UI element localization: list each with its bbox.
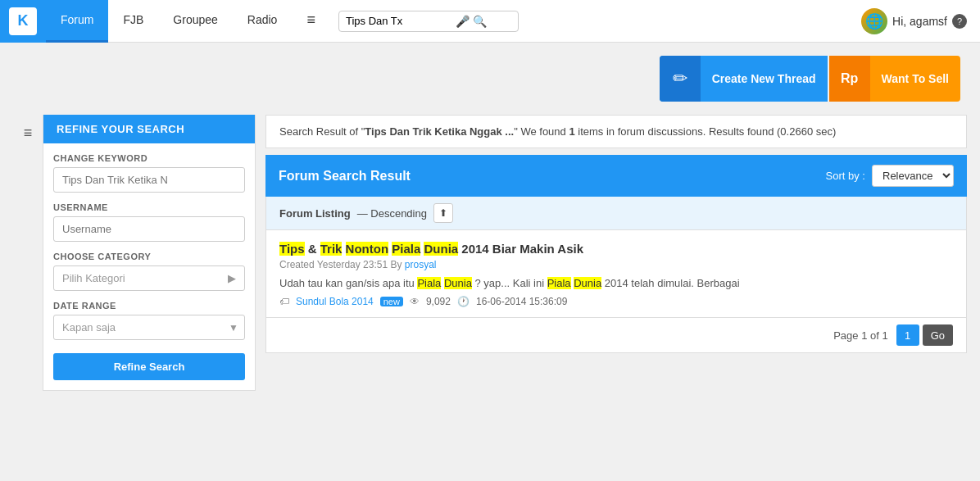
result-date: 16-06-2014 15:36:09	[476, 296, 567, 307]
result-item-desc: Udah tau kan gan/sis apa itu Piala Dunia…	[279, 277, 953, 289]
help-icon[interactable]: ?	[952, 14, 967, 29]
views-count: 9,092	[426, 296, 451, 307]
title-highlight-nonton: Nonton	[346, 242, 388, 256]
title-highlight-piala: Piala	[392, 242, 420, 256]
username-label: USERNAME	[53, 202, 245, 212]
result-item-tags: 🏷 Sundul Bola 2014 new 👁 9,092 🕐 16-06-2…	[279, 296, 953, 307]
title-highlight-tips: Tips	[279, 242, 305, 256]
go-button[interactable]: Go	[923, 324, 953, 346]
sidebar: REFINE YOUR SEARCH CHANGE KEYWORD USERNA…	[43, 115, 256, 391]
search-icon[interactable]: 🔍	[473, 15, 487, 28]
sidebar-header: REFINE YOUR SEARCH	[43, 115, 255, 143]
nav-radio[interactable]: Radio	[233, 0, 293, 43]
sort-label: Sort by :	[826, 170, 865, 182]
tag-new-badge: new	[380, 297, 403, 306]
sort-toggle-button[interactable]: ⬆	[433, 203, 453, 223]
keyword-label: CHANGE KEYWORD	[53, 153, 245, 163]
category-dropdown[interactable]: Pilih Kategori ▶	[53, 265, 245, 291]
sidebar-body: CHANGE KEYWORD USERNAME CHOOSE CATEGORY …	[43, 143, 255, 390]
title-highlight-dunia: Dunia	[424, 242, 458, 256]
author-link[interactable]: prosyal	[405, 259, 437, 270]
sort-select[interactable]: Relevance Date Views	[872, 165, 954, 187]
date-select-wrap: Kapan saja ▼	[53, 315, 245, 340]
result-item: Tips & Trik Nonton Piala Dunia 2014 Biar…	[265, 230, 967, 318]
search-count: 1	[569, 125, 574, 138]
want-to-sell-icon: Rp	[829, 56, 870, 102]
mic-icon: 🎤	[456, 15, 470, 28]
nav-forum[interactable]: Forum	[46, 0, 108, 43]
sort-wrap: Sort by : Relevance Date Views	[826, 165, 954, 187]
category-placeholder: Pilih Kategori	[62, 272, 125, 284]
create-thread-button[interactable]: ✏ Create New Thread	[660, 56, 828, 102]
user-greeting: Hi, agamsf	[892, 15, 947, 28]
create-thread-label: Create New Thread	[701, 71, 828, 86]
action-bar: ✏ Create New Thread Rp Want To Sell	[0, 43, 980, 115]
hamburger-icon: ≡	[24, 125, 33, 142]
listing-label: Forum Listing	[279, 207, 351, 220]
navbar: K Forum FJB Groupee Radio ≡ 🎤 🔍 🌐 Hi, ag…	[0, 0, 980, 43]
username-input[interactable]	[53, 216, 245, 242]
title-highlight-trik: Trik	[320, 242, 343, 256]
page-number-button[interactable]: 1	[896, 324, 919, 346]
result-item-meta: Created Yesterday 23:51 By prosyal	[279, 259, 953, 270]
views-icon: 👁	[410, 296, 420, 307]
result-title: Forum Search Result	[279, 169, 411, 184]
create-thread-icon: ✏	[660, 56, 701, 102]
sort-toggle-icon: ⬆	[439, 207, 447, 219]
search-result-bar: Search Result of "Tips Dan Trik Ketika N…	[265, 115, 967, 148]
pagination-bar: Page 1 of 1 1 Go	[265, 318, 967, 353]
content-area: Search Result of "Tips Dan Trik Ketika N…	[265, 115, 967, 391]
logo-icon: K	[9, 7, 37, 35]
listing-bar: Forum Listing — Descending ⬆	[265, 197, 967, 230]
search-query: Tips Dan Trik Ketika Nggak ...	[365, 125, 514, 138]
keyword-input[interactable]	[53, 167, 245, 193]
sidebar-toggle[interactable]: ≡	[13, 118, 43, 147]
category-arrow-icon: ▶	[228, 272, 236, 284]
user-info: 🌐 Hi, agamsf ?	[848, 8, 980, 34]
result-item-title: Tips & Trik Nonton Piala Dunia 2014 Biar…	[279, 242, 953, 256]
logo[interactable]: K	[0, 0, 46, 43]
nav-groupee[interactable]: Groupee	[158, 0, 232, 43]
nav-menu-icon[interactable]: ≡	[292, 0, 330, 43]
date-icon: 🕐	[457, 296, 470, 307]
date-label: DATE RANGE	[53, 301, 245, 311]
main-layout: ≡ REFINE YOUR SEARCH CHANGE KEYWORD USER…	[13, 115, 967, 391]
avatar: 🌐	[861, 8, 887, 34]
result-header: Forum Search Result Sort by : Relevance …	[265, 155, 967, 197]
date-select[interactable]: Kapan saja	[53, 315, 245, 340]
tag-link[interactable]: Sundul Bola 2014	[296, 296, 374, 307]
search-box: 🎤 🔍	[338, 11, 519, 32]
nav-fjb[interactable]: FJB	[108, 0, 158, 43]
category-label: CHOOSE CATEGORY	[53, 252, 245, 261]
refine-search-button[interactable]: Refine Search	[53, 353, 245, 380]
page-info: Page 1 of 1	[833, 329, 888, 342]
want-to-sell-label: Want To Sell	[870, 71, 960, 86]
tag-icon: 🏷	[279, 296, 289, 307]
want-to-sell-button[interactable]: Rp Want To Sell	[829, 56, 960, 102]
search-input[interactable]	[346, 15, 452, 27]
listing-separator: — Descending	[357, 207, 427, 220]
